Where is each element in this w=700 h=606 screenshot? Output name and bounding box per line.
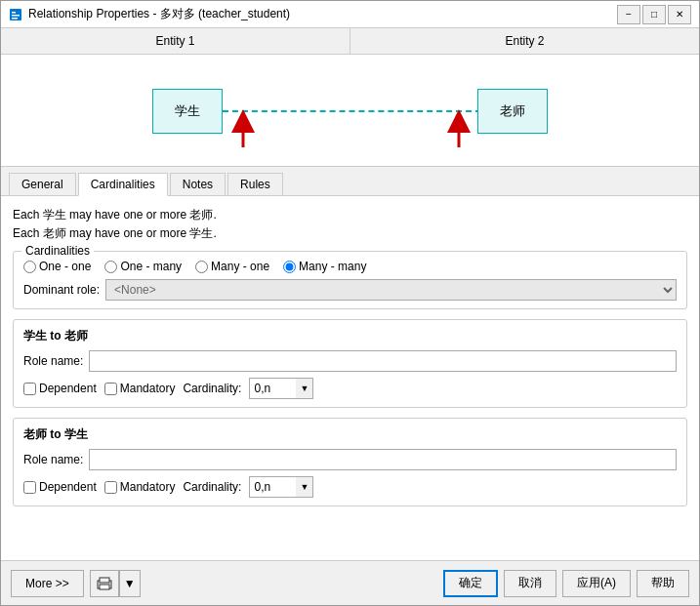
radio-many-one[interactable]: Many - one: [195, 260, 269, 273]
radio-one-one[interactable]: One - one: [23, 260, 91, 273]
relationship-line: [223, 110, 481, 112]
app-icon: [9, 8, 22, 21]
entity1-header: Entity 1: [1, 28, 350, 54]
entity-header: Entity 1 Entity 2: [1, 28, 699, 55]
entity2-box: 老师: [477, 89, 548, 134]
relation1-mandatory-checkbox[interactable]: [104, 383, 117, 395]
relation2-role-input[interactable]: [89, 449, 677, 470]
dominant-select[interactable]: <None>: [105, 279, 677, 301]
relation2-cardinality-dropdown-btn[interactable]: ▼: [296, 476, 313, 498]
relation1-cardinality-field[interactable]: [249, 378, 296, 399]
relation2-cardinality-label: Cardinality:: [183, 480, 241, 494]
description-text: Each 学生 may have one or more 老师. Each 老师…: [13, 206, 687, 243]
relation2-cardinality-field[interactable]: [249, 476, 296, 498]
print-button[interactable]: [90, 570, 119, 597]
tab-cardinalities[interactable]: Cardinalities: [78, 173, 168, 196]
close-button[interactable]: ✕: [668, 5, 691, 24]
svg-rect-9: [100, 578, 109, 583]
relation1-mandatory-label[interactable]: Mandatory: [104, 382, 176, 395]
dominant-label: Dominant role:: [23, 283, 100, 297]
svg-rect-2: [12, 15, 20, 17]
svg-rect-3: [12, 18, 18, 20]
relation1-cardinality-dropdown-btn[interactable]: ▼: [296, 378, 313, 399]
relation2-props-row: Dependent Mandatory Cardinality: ▼: [23, 476, 677, 498]
title-bar: Relationship Properties - 多对多 (teacher_s…: [1, 1, 699, 28]
relation1-role-label: Role name:: [23, 354, 83, 368]
footer: More >> ▼ 确定 取消 应用(A) 帮助: [1, 560, 699, 605]
relation1-dependent-label[interactable]: Dependent: [23, 382, 97, 395]
relation1-cardinality-label: Cardinality:: [183, 382, 241, 395]
window-title: Relationship Properties - 多对多 (teacher_s…: [28, 6, 290, 22]
radio-many-one-input[interactable]: [195, 261, 208, 273]
print-icon: [97, 577, 112, 590]
cardinalities-group-label: Cardinalities: [21, 244, 94, 258]
dominant-row: Dominant role: <None>: [23, 279, 677, 301]
tab-rules[interactable]: Rules: [227, 173, 283, 195]
entity2-name: 老师: [500, 102, 525, 120]
entity1-box: 学生: [152, 89, 223, 134]
relation2-group: 老师 to 学生 Role name: Dependent Mandatory …: [13, 418, 687, 506]
relation2-dependent-label[interactable]: Dependent: [23, 480, 97, 494]
cardinality-radio-row: One - one One - many Many - one Many - m…: [23, 260, 677, 273]
relation2-mandatory-label[interactable]: Mandatory: [104, 480, 176, 494]
maximize-button[interactable]: □: [642, 5, 666, 24]
cancel-button[interactable]: 取消: [504, 570, 556, 597]
main-window: Relationship Properties - 多对多 (teacher_s…: [0, 0, 700, 606]
print-dropdown-btn[interactable]: ▼: [119, 570, 141, 597]
relation1-props-row: Dependent Mandatory Cardinality: ▼: [23, 378, 677, 399]
relation2-role-label: Role name:: [23, 453, 83, 466]
desc-line2: Each 老师 may have one or more 学生.: [13, 224, 687, 243]
minimize-button[interactable]: −: [617, 5, 640, 24]
radio-one-many-input[interactable]: [104, 261, 117, 273]
more-button[interactable]: More >>: [11, 570, 84, 597]
radio-many-many[interactable]: Many - many: [283, 260, 366, 273]
relation1-role-row: Role name:: [23, 350, 677, 372]
entity2-header: Entity 2: [350, 28, 699, 54]
svg-rect-1: [12, 12, 16, 14]
confirm-button[interactable]: 确定: [443, 570, 498, 597]
relation2-cardinality-wrapper: ▼: [249, 476, 313, 498]
relation1-cardinality-wrapper: ▼: [249, 378, 313, 399]
tabs-bar: General Cardinalities Notes Rules: [1, 167, 699, 196]
desc-line1: Each 学生 may have one or more 老师.: [13, 206, 687, 224]
diagram-area: 学生 老师: [1, 55, 699, 167]
relation2-role-row: Role name:: [23, 449, 677, 470]
radio-one-one-input[interactable]: [23, 261, 36, 273]
relation1-dependent-checkbox[interactable]: [23, 383, 36, 395]
relation1-role-input[interactable]: [89, 350, 677, 372]
title-bar-left: Relationship Properties - 多对多 (teacher_s…: [9, 6, 290, 22]
radio-many-many-input[interactable]: [283, 261, 296, 273]
entity1-name: 学生: [175, 102, 200, 120]
svg-rect-10: [100, 585, 109, 589]
tab-notes[interactable]: Notes: [170, 173, 226, 195]
print-button-group: ▼: [90, 570, 141, 597]
cardinalities-group: Cardinalities One - one One - many Many …: [13, 251, 687, 309]
title-bar-controls: − □ ✕: [617, 5, 691, 24]
content-area: Each 学生 may have one or more 老师. Each 老师…: [1, 196, 699, 560]
radio-one-many[interactable]: One - many: [104, 260, 182, 273]
apply-button[interactable]: 应用(A): [562, 570, 631, 597]
relation1-group: 学生 to 老师 Role name: Dependent Mandatory …: [13, 319, 687, 408]
relation2-mandatory-checkbox[interactable]: [104, 481, 117, 494]
relation1-title: 学生 to 老师: [23, 328, 677, 344]
help-button[interactable]: 帮助: [637, 570, 689, 597]
tab-general[interactable]: General: [9, 173, 76, 195]
relation2-title: 老师 to 学生: [23, 426, 677, 443]
relation2-dependent-checkbox[interactable]: [23, 481, 36, 494]
